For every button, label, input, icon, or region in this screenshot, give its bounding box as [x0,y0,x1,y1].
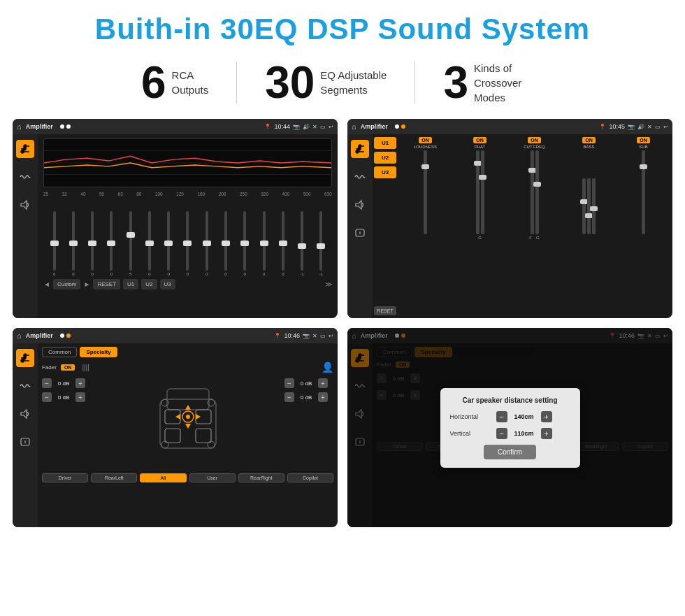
speaker-icon-btn[interactable] [351,196,369,214]
vol-db-1: 0 dB [54,380,73,387]
eq-val: 0 [148,272,150,276]
plus-btn[interactable]: + [318,392,328,402]
rearright-btn[interactable]: RearRight [238,473,284,482]
all-btn[interactable]: All [140,473,186,482]
u3-btn[interactable]: U3 [160,279,175,289]
dialog-box: Car speaker distance setting Horizontal … [440,388,580,468]
minus-btn[interactable]: − [284,392,294,402]
wave-icon-btn[interactable] [16,377,34,395]
minimize-icon: ▭ [320,333,326,339]
eq-icon-btn[interactable] [16,140,34,158]
eq-slider-track[interactable] [186,211,189,271]
vertical-plus-btn[interactable]: + [541,428,552,439]
horizontal-minus-btn[interactable]: − [496,411,507,422]
prev-arrow[interactable]: ◄ [43,280,50,288]
eq-slider-track[interactable] [91,211,94,271]
eq-slider-track[interactable] [301,211,303,271]
plus-btn[interactable]: + [318,378,328,388]
speaker-icon-btn[interactable] [16,196,34,214]
svg-marker-38 [175,414,180,420]
svg-point-43 [208,441,215,448]
eq-slider-col: 0 [216,211,235,276]
eq-slider-col: 0 [102,211,121,276]
balance-icon-btn[interactable] [351,224,369,242]
speaker-icon-btn[interactable] [16,405,34,423]
tab-specialty[interactable]: Specialty [80,347,117,357]
fader-track[interactable] [424,150,427,234]
eq-slider-track[interactable] [167,211,170,271]
phat-fader [476,150,484,234]
svg-point-4 [24,145,27,148]
fader-track[interactable] [592,178,596,234]
u3-preset-btn[interactable]: U3 [374,166,396,178]
home-icon[interactable]: ⌂ [17,122,22,131]
eq-slider-track[interactable] [206,211,208,271]
fader-track[interactable] [582,178,586,234]
balance-icon-btn[interactable] [16,433,34,451]
eq-slider-col: -1 [312,211,331,276]
u1-preset-btn[interactable]: U1 [374,137,396,149]
freq-label: 500 [303,192,311,196]
eq-slider-track[interactable] [148,211,151,271]
screens-grid: ⌂ Amplifier 📍 10:44 📷 🔊 ✕ ▭ ↩ [0,116,685,534]
minus-btn[interactable]: − [42,378,52,388]
copilot-btn[interactable]: Copilot [287,473,333,482]
driver-btn[interactable]: Driver [42,473,88,482]
eq-slider-track[interactable] [243,211,246,271]
eq-slider-track[interactable] [319,211,322,271]
amp-reset-btn[interactable]: RESET [374,306,396,315]
fader-track[interactable] [481,150,484,234]
home-icon[interactable]: ⌂ [17,331,22,340]
wave-icon-btn[interactable] [351,168,369,186]
tab-common[interactable]: Common [42,347,77,357]
amp-presets: U1 U2 U3 RESET [374,137,396,315]
home-icon[interactable]: ⌂ [352,122,356,131]
spk-vol-row-1: − 0 dB + [42,378,91,388]
eq-slider-track[interactable] [282,211,284,271]
fader-track[interactable] [642,150,645,234]
cutfreq-labels: F G [529,236,539,240]
next-arrow[interactable]: ► [83,280,90,288]
svg-rect-33 [196,429,211,443]
eq-left-icons [13,134,38,318]
loudness-name: LOUDNESS [414,145,437,149]
eq-slider-track[interactable] [72,211,75,271]
eq-slider-track[interactable] [53,211,56,271]
u2-preset-btn[interactable]: U2 [374,152,396,164]
horizontal-plus-btn[interactable]: + [541,411,552,422]
reset-btn[interactable]: RESET [93,279,120,289]
eq-slider-col: 0 [159,211,178,276]
minus-btn[interactable]: − [284,378,294,388]
eq-slider-track[interactable] [110,211,113,271]
confirm-button[interactable]: Confirm [484,445,536,459]
freq-label: 32 [62,192,67,196]
plus-btn[interactable]: + [75,392,85,402]
expand-icon[interactable]: ≫ [325,280,332,288]
user-btn[interactable]: User [189,473,236,482]
horizontal-row: Horizontal − 140cm + [450,411,570,422]
eq-slider-track[interactable] [263,211,266,271]
fader-toggle[interactable]: ON [61,364,75,371]
eq-slider-track[interactable] [129,211,132,271]
svg-point-14 [359,145,361,148]
minus-btn[interactable]: − [42,392,52,402]
spk-status-dots [60,334,71,338]
stat-number-crossover: 3 [443,60,468,105]
fader-track[interactable] [535,150,539,234]
fader-track[interactable] [531,150,534,234]
svg-point-15 [356,150,359,153]
u2-btn[interactable]: U2 [141,279,157,289]
freq-label: 25 [43,192,48,196]
phat-label-g: G [478,236,482,240]
fader-track[interactable] [476,150,480,234]
eq-icon-btn[interactable] [16,349,34,367]
amp-topbar-right: 📍 10:45 📷 🔊 ✕ ▭ ↩ [599,123,668,130]
u1-btn[interactable]: U1 [123,279,138,289]
wave-icon-btn[interactable] [16,168,34,186]
eq-slider-track[interactable] [224,211,227,271]
custom-btn[interactable]: Custom [53,279,81,289]
rearleft-btn[interactable]: RearLeft [91,473,137,482]
vertical-minus-btn[interactable]: − [496,428,507,439]
eq-icon-btn[interactable] [351,140,369,158]
plus-btn[interactable]: + [75,378,85,388]
